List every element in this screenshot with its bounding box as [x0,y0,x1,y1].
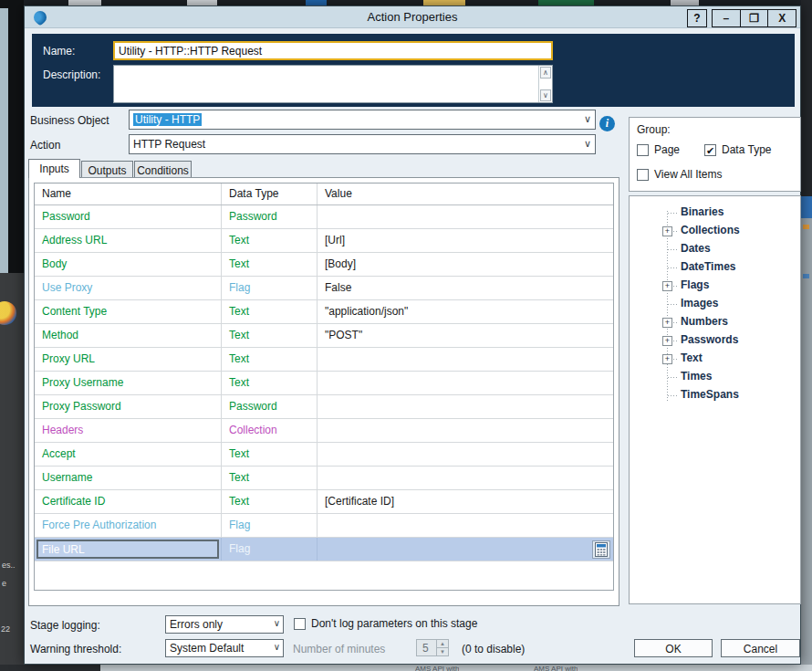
stage-logging-select[interactable]: Errors only ∨ [165,615,284,634]
checkbox-icon[interactable] [294,618,306,630]
scroll-down-icon[interactable]: ∨ [540,89,551,101]
table-row[interactable]: Proxy UsernameText [35,372,613,395]
column-header-datatype[interactable]: Data Type [222,183,318,204]
param-name-cell[interactable]: Proxy Password [35,395,222,418]
column-header-name[interactable]: Name [35,183,222,204]
table-row[interactable]: BodyText[Body] [35,253,613,277]
param-type-cell[interactable]: Flag [222,277,318,299]
expand-plus-icon[interactable]: + [662,281,672,291]
tree-item-passwords[interactable]: +Passwords [630,331,800,350]
param-type-cell[interactable]: Text [222,229,318,252]
expand-plus-icon[interactable]: + [662,226,672,236]
param-type-cell[interactable]: Password [222,395,318,418]
tree-item-text[interactable]: +Text [630,350,800,368]
param-value-cell[interactable] [318,538,613,561]
help-button[interactable]: ? [687,9,707,27]
warning-threshold-select[interactable]: System Default ∨ [165,639,284,657]
param-name-cell[interactable]: Username [35,467,222,489]
maximize-button[interactable]: ❐ [741,10,769,26]
checkbox-checked-icon[interactable]: ✔ [704,144,716,156]
checkbox-icon[interactable] [637,144,649,156]
param-name-cell[interactable]: Proxy URL [35,348,222,371]
tree-item-binaries[interactable]: Binaries [630,204,800,222]
param-value-cell[interactable]: [Url] [318,229,613,252]
dont-log-checkbox[interactable]: Don't log parameters on this stage [294,617,477,630]
param-type-cell[interactable]: Text [222,253,318,276]
param-type-cell[interactable]: Text [222,348,318,371]
tree-item-times[interactable]: Times [630,368,800,386]
description-scrollbar[interactable]: ∧ ∨ [538,66,552,102]
table-row[interactable]: AcceptText [35,443,613,467]
table-row[interactable]: Force Pre AuthorizationFlag [35,514,613,538]
stepper-arrows[interactable]: ▲ ▼ [436,640,448,655]
param-value-cell[interactable] [318,348,613,371]
table-row[interactable]: Proxy PasswordPassword [35,395,613,419]
info-icon[interactable]: i [599,116,615,131]
param-name-cell[interactable]: Password [35,205,222,228]
param-value-cell[interactable] [318,395,613,418]
column-header-value[interactable]: Value [318,183,613,204]
title-bar[interactable]: Action Properties ? – ❐ X [25,6,800,28]
table-row[interactable]: Proxy URLText [35,348,613,372]
table-row[interactable]: Content TypeText"application/json" [35,300,613,324]
param-name-cell[interactable]: Accept [35,443,222,466]
table-row[interactable]: PasswordPassword [35,205,613,229]
description-input[interactable]: ∧ ∨ [113,65,553,103]
group-checkbox-view-all-items[interactable]: View All Items [637,168,722,181]
name-input[interactable]: Utility - HTTP::HTTP Request [113,41,553,60]
table-row[interactable]: Certificate IDText[Certificate ID] [35,490,613,514]
tree-item-numbers[interactable]: +Numbers [630,313,800,331]
param-name-cell[interactable]: Use Proxy [35,277,222,299]
tab-conditions[interactable]: Conditions [134,161,192,178]
param-type-cell[interactable]: Text [222,443,318,466]
minimize-button[interactable]: – [713,10,741,26]
param-value-cell[interactable] [318,205,613,228]
close-button[interactable]: X [768,10,796,26]
param-name-cell[interactable]: File URL [35,538,222,561]
tree-item-dates[interactable]: Dates [630,240,800,258]
table-row[interactable]: File URLFlag [35,538,613,561]
tree-item-images[interactable]: Images [630,295,800,313]
param-value-cell[interactable] [318,514,613,537]
table-row[interactable]: UsernameText [35,467,613,490]
param-type-cell[interactable]: Text [222,372,318,394]
expand-plus-icon[interactable]: + [662,354,672,364]
param-name-cell[interactable]: Proxy Username [35,372,222,394]
step-up-icon[interactable]: ▲ [437,640,448,648]
param-value-cell[interactable]: [Body] [318,253,613,276]
param-type-cell[interactable]: Text [222,324,318,347]
ok-button[interactable]: OK [634,639,713,657]
param-type-cell[interactable]: Text [222,490,318,513]
tab-inputs[interactable]: Inputs [28,159,80,178]
expression-editor-button[interactable] [592,540,610,559]
table-row[interactable]: Use ProxyFlagFalse [35,277,613,300]
param-value-cell[interactable] [318,419,613,442]
param-name-edit-input[interactable]: File URL [36,540,219,559]
param-type-cell[interactable]: Password [222,205,318,228]
param-type-cell[interactable]: Flag [222,538,318,561]
tab-outputs[interactable]: Outputs [81,161,133,178]
param-name-cell[interactable]: Method [35,324,222,347]
group-checkbox-data-type[interactable]: ✔Data Type [704,143,771,156]
tree-item-datetimes[interactable]: DateTimes [630,258,800,277]
scroll-up-icon[interactable]: ∧ [540,67,551,79]
param-value-cell[interactable]: [Certificate ID] [318,490,613,513]
param-value-cell[interactable]: "POST" [318,324,613,347]
checkbox-icon[interactable] [637,169,649,181]
table-row[interactable]: MethodText"POST" [35,324,613,348]
step-down-icon[interactable]: ▼ [437,648,448,655]
table-row[interactable]: HeadersCollection [35,419,613,443]
param-value-cell[interactable]: False [318,277,613,299]
expand-plus-icon[interactable]: + [662,336,672,346]
param-name-cell[interactable]: Address URL [35,229,222,252]
table-row[interactable]: Address URLText[Url] [35,229,613,253]
business-object-select[interactable]: Utility - HTTP ∨ [129,110,596,130]
cancel-button[interactable]: Cancel [721,639,800,657]
param-name-cell[interactable]: Force Pre Authorization [35,514,222,537]
param-name-cell[interactable]: Body [35,253,222,276]
tree-item-flags[interactable]: +Flags [630,277,800,295]
param-name-cell[interactable]: Headers [35,419,222,442]
param-value-cell[interactable] [318,443,613,466]
expand-plus-icon[interactable]: + [662,318,672,328]
param-name-cell[interactable]: Certificate ID [35,490,222,513]
